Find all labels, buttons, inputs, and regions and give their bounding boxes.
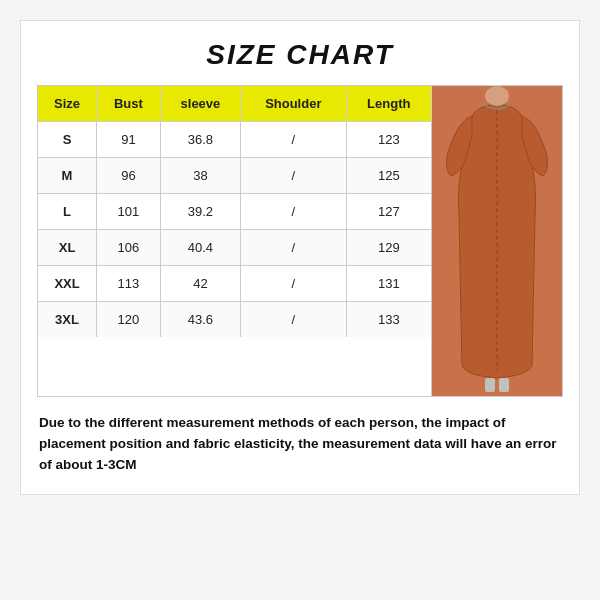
svg-point-1 bbox=[485, 86, 509, 106]
table-cell: 125 bbox=[346, 158, 431, 194]
table-cell: 40.4 bbox=[160, 230, 240, 266]
table-body: S9136.8/123M9638/125L10139.2/127XL10640.… bbox=[38, 122, 431, 338]
table-cell: 39.2 bbox=[160, 194, 240, 230]
svg-rect-3 bbox=[499, 378, 509, 392]
table-cell: 101 bbox=[97, 194, 161, 230]
measurement-note: Due to the different measurement methods… bbox=[37, 411, 563, 478]
table-row: L10139.2/127 bbox=[38, 194, 431, 230]
table-cell: 3XL bbox=[38, 302, 97, 338]
column-header-length: Length bbox=[346, 86, 431, 122]
header-row: SizeBustsleeveShoulderLength bbox=[38, 86, 431, 122]
table-cell: 42 bbox=[160, 266, 240, 302]
table-cell: XXL bbox=[38, 266, 97, 302]
table-cell: 127 bbox=[346, 194, 431, 230]
table-cell: 106 bbox=[97, 230, 161, 266]
table-cell: 113 bbox=[97, 266, 161, 302]
table-cell: / bbox=[241, 158, 346, 194]
table-cell: 96 bbox=[97, 158, 161, 194]
table-cell: S bbox=[38, 122, 97, 158]
table-header: SizeBustsleeveShoulderLength bbox=[38, 86, 431, 122]
table-cell: 123 bbox=[346, 122, 431, 158]
column-header-sleeve: sleeve bbox=[160, 86, 240, 122]
table-cell: M bbox=[38, 158, 97, 194]
chart-area: SizeBustsleeveShoulderLength S9136.8/123… bbox=[37, 85, 563, 397]
table-cell: 120 bbox=[97, 302, 161, 338]
size-table-section: SizeBustsleeveShoulderLength S9136.8/123… bbox=[38, 86, 432, 396]
table-cell: / bbox=[241, 194, 346, 230]
table-cell: 36.8 bbox=[160, 122, 240, 158]
table-cell: L bbox=[38, 194, 97, 230]
table-cell: 129 bbox=[346, 230, 431, 266]
size-table: SizeBustsleeveShoulderLength S9136.8/123… bbox=[38, 86, 431, 337]
table-cell: / bbox=[241, 302, 346, 338]
table-row: S9136.8/123 bbox=[38, 122, 431, 158]
table-cell: 91 bbox=[97, 122, 161, 158]
dress-image-section bbox=[432, 86, 562, 396]
dress-image bbox=[432, 86, 562, 396]
table-cell: 43.6 bbox=[160, 302, 240, 338]
table-cell: / bbox=[241, 266, 346, 302]
table-cell: 38 bbox=[160, 158, 240, 194]
size-chart-container: SIZE CHART SizeBustsleeveShoulderLength … bbox=[20, 20, 580, 495]
table-row: XXL11342/131 bbox=[38, 266, 431, 302]
table-row: 3XL12043.6/133 bbox=[38, 302, 431, 338]
page-title: SIZE CHART bbox=[37, 39, 563, 71]
table-cell: XL bbox=[38, 230, 97, 266]
column-header-shoulder: Shoulder bbox=[241, 86, 346, 122]
table-cell: 133 bbox=[346, 302, 431, 338]
column-header-bust: Bust bbox=[97, 86, 161, 122]
table-cell: / bbox=[241, 230, 346, 266]
table-row: XL10640.4/129 bbox=[38, 230, 431, 266]
table-cell: 131 bbox=[346, 266, 431, 302]
svg-rect-2 bbox=[485, 378, 495, 392]
table-row: M9638/125 bbox=[38, 158, 431, 194]
table-cell: / bbox=[241, 122, 346, 158]
column-header-size: Size bbox=[38, 86, 97, 122]
